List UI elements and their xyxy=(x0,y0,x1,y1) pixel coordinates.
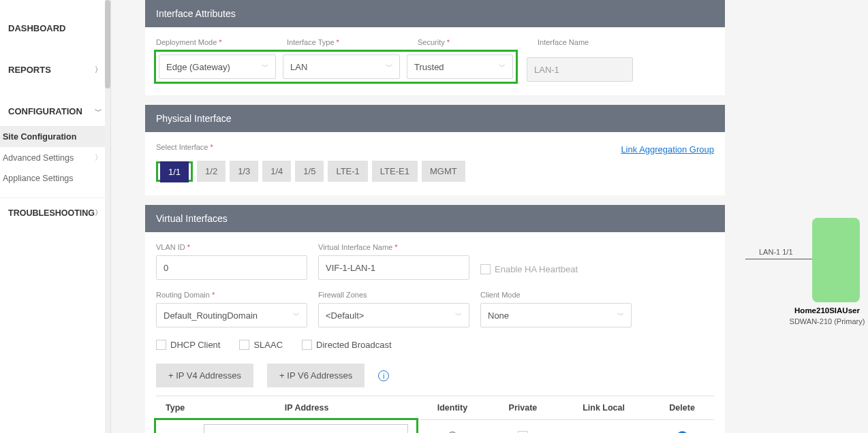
port-1-4[interactable]: 1/4 xyxy=(262,161,291,182)
routing-domain-select[interactable]: Default_RoutingDomain﹀ xyxy=(156,303,307,327)
linklocal-value: N/A xyxy=(557,420,650,434)
port-lte-e1[interactable]: LTE-E1 xyxy=(372,161,418,182)
caret-down-icon: ﹀ xyxy=(386,62,392,71)
add-ipv4-button[interactable]: + IP V4 Addresses xyxy=(156,364,253,387)
virtual-interfaces-header: Virtual Interfaces xyxy=(145,205,725,232)
port-1-1[interactable]: 1/1 xyxy=(160,161,189,182)
info-icon[interactable]: i xyxy=(378,370,389,381)
security-label: Security xyxy=(418,38,527,46)
vif-name-input[interactable] xyxy=(318,255,469,280)
device-name: Home210SIAUser xyxy=(786,306,868,315)
physical-interface-header: Physical Interface xyxy=(145,105,725,132)
deployment-mode-label: Deployment Mode xyxy=(156,38,276,46)
nav-advanced-settings[interactable]: Advanced Settings〉 xyxy=(0,147,110,168)
interface-name-input xyxy=(527,57,633,82)
device-node[interactable] xyxy=(812,218,860,302)
vlan-id-label: VLAN ID xyxy=(156,243,307,251)
caret-down-icon: ﹀ xyxy=(617,310,624,320)
col-ip: IP Address xyxy=(197,396,416,420)
caret-down-icon: ﹀ xyxy=(455,310,462,320)
caret-down-icon: ﹀ xyxy=(293,310,300,320)
chevron-right-icon: 〉 xyxy=(95,153,102,163)
sidebar: DASHBOARD REPORTS〉 CONFIGURATION﹀ Site C… xyxy=(0,0,111,433)
nav-dashboard[interactable]: DASHBOARD xyxy=(0,14,110,43)
chevron-right-icon: 〉 xyxy=(95,208,102,218)
link-aggregation-group-link[interactable]: Link Aggregation Group xyxy=(621,144,714,155)
nav-site-configuration[interactable]: Site Configuration xyxy=(0,127,110,147)
ip-address-table: Type IP Address Identity Private Link Lo… xyxy=(156,396,714,433)
port-highlight: 1/1 xyxy=(156,161,193,182)
select-interface-label: Select Interface xyxy=(156,143,213,151)
diagram-line-label: LAN-1 1/1 xyxy=(759,248,793,256)
routing-domain-label: Routing Domain xyxy=(156,291,307,299)
topology-diagram: LAN-1 1/1 Home210SIAUser SDWAN-210 (Prim… xyxy=(745,0,868,433)
interface-type-select[interactable]: LAN﹀ xyxy=(283,54,400,79)
col-linklocal: Link Local xyxy=(557,396,650,420)
firewall-zones-label: Firewall Zones xyxy=(318,291,469,299)
col-type: Type xyxy=(156,396,197,420)
col-private: Private xyxy=(489,396,557,420)
nav-reports[interactable]: REPORTS〉 xyxy=(0,55,110,84)
interface-type-label: Interface Type xyxy=(287,38,407,46)
port-1-3[interactable]: 1/3 xyxy=(230,161,258,182)
nav-troubleshooting[interactable]: TROUBLESHOOTING〉 xyxy=(0,198,110,227)
ip-row: IPv4 N/A xyxy=(156,420,714,434)
client-mode-label: Client Mode xyxy=(480,291,632,299)
port-mgmt[interactable]: MGMT xyxy=(422,161,465,182)
ip-type: IPv4 xyxy=(164,431,191,434)
interface-name-label: Interface Name xyxy=(538,38,647,46)
interface-attr-highlight: Edge (Gateway)﹀ LAN﹀ Trusted﹀ xyxy=(156,52,516,82)
vif-name-label: Virtual Interface Name xyxy=(318,243,469,251)
deployment-mode-select[interactable]: Edge (Gateway)﹀ xyxy=(159,54,276,79)
nav-configuration[interactable]: CONFIGURATION﹀ xyxy=(0,97,110,126)
port-1-2[interactable]: 1/2 xyxy=(197,161,226,182)
security-select[interactable]: Trusted﹀ xyxy=(407,54,513,79)
chevron-down-icon: ﹀ xyxy=(95,106,102,116)
ip-address-input[interactable] xyxy=(204,424,408,433)
col-identity: Identity xyxy=(416,396,489,420)
client-mode-select[interactable]: None﹀ xyxy=(480,303,632,327)
nav-appliance-settings[interactable]: Appliance Settings xyxy=(0,168,110,189)
vlan-id-input[interactable] xyxy=(156,255,307,280)
caret-down-icon: ﹀ xyxy=(262,62,268,71)
main-content: Interface Attributes Deployment Mode Int… xyxy=(111,0,745,433)
caret-down-icon: ﹀ xyxy=(499,62,506,71)
port-1-5[interactable]: 1/5 xyxy=(295,161,324,182)
chevron-right-icon: 〉 xyxy=(95,65,102,75)
sidebar-scrollbar[interactable] xyxy=(105,0,110,433)
col-delete: Delete xyxy=(650,396,714,420)
dhcp-client-checkbox[interactable]: DHCP Client xyxy=(156,340,220,350)
slaac-checkbox[interactable]: SLAAC xyxy=(239,340,283,350)
add-ipv6-button[interactable]: + IP V6 Addresses xyxy=(267,364,365,387)
interface-attributes-header: Interface Attributes xyxy=(145,0,725,27)
device-subtitle: SDWAN-210 (Primary) xyxy=(786,317,868,325)
port-lte-1[interactable]: LTE-1 xyxy=(328,161,367,182)
enable-ha-checkbox[interactable]: Enable HA Heartbeat xyxy=(480,264,578,274)
firewall-zones-select[interactable]: <Default>﹀ xyxy=(318,303,469,327)
directed-broadcast-checkbox[interactable]: Directed Broadcast xyxy=(302,340,392,350)
